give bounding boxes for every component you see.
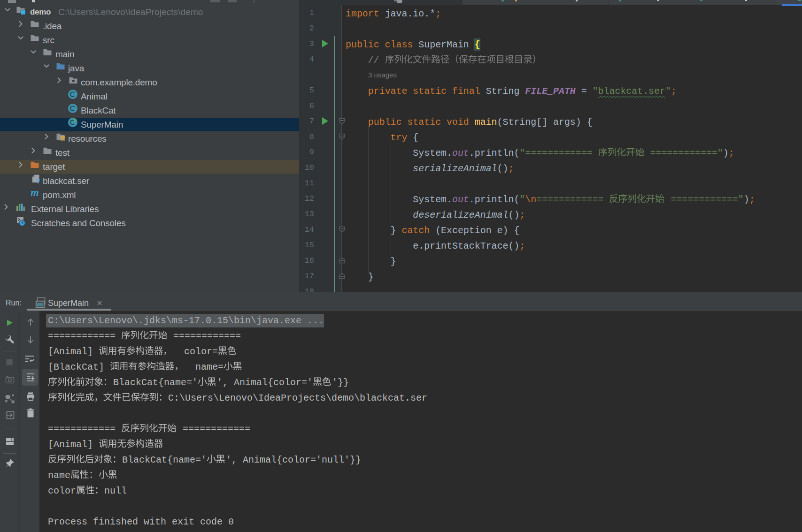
svg-text:?: ? [36, 177, 40, 183]
svg-text:m: m [31, 188, 39, 198]
